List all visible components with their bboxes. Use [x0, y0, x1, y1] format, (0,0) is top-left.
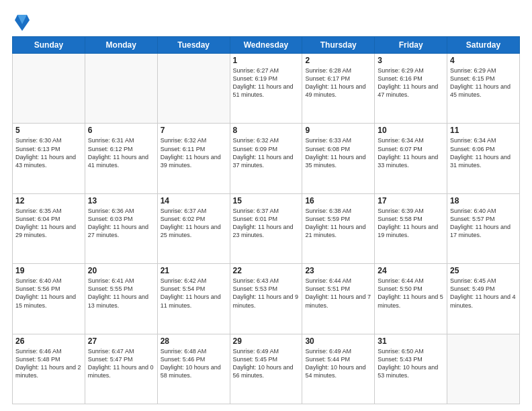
weekday-header: Saturday	[447, 37, 520, 54]
day-number: 24	[378, 266, 444, 275]
day-info: Sunrise: 6:33 AM Sunset: 6:08 PM Dayligh…	[305, 136, 371, 169]
day-info: Sunrise: 6:28 AM Sunset: 6:17 PM Dayligh…	[305, 66, 371, 99]
day-info: Sunrise: 6:41 AM Sunset: 5:55 PM Dayligh…	[88, 277, 154, 310]
day-number: 14	[161, 196, 227, 205]
day-info: Sunrise: 6:42 AM Sunset: 5:54 PM Dayligh…	[161, 277, 227, 310]
day-info: Sunrise: 6:39 AM Sunset: 5:58 PM Dayligh…	[378, 207, 444, 240]
day-info: Sunrise: 6:44 AM Sunset: 5:51 PM Dayligh…	[305, 277, 371, 310]
day-info: Sunrise: 6:36 AM Sunset: 6:03 PM Dayligh…	[88, 207, 154, 240]
day-number: 17	[378, 196, 444, 205]
day-info: Sunrise: 6:49 AM Sunset: 5:45 PM Dayligh…	[233, 347, 300, 380]
day-info: Sunrise: 6:32 AM Sunset: 6:11 PM Dayligh…	[161, 136, 227, 169]
logo	[12, 12, 30, 31]
calendar-cell: 28Sunrise: 6:48 AM Sunset: 5:46 PM Dayli…	[157, 334, 230, 404]
day-info: Sunrise: 6:37 AM Sunset: 6:02 PM Dayligh…	[161, 207, 227, 240]
day-number: 30	[305, 336, 371, 346]
calendar-cell: 17Sunrise: 6:39 AM Sunset: 5:58 PM Dayli…	[375, 193, 447, 263]
day-info: Sunrise: 6:40 AM Sunset: 5:57 PM Dayligh…	[450, 207, 517, 240]
day-info: Sunrise: 6:50 AM Sunset: 5:43 PM Dayligh…	[378, 347, 444, 380]
day-info: Sunrise: 6:48 AM Sunset: 5:46 PM Dayligh…	[161, 347, 227, 380]
calendar-cell: 31Sunrise: 6:50 AM Sunset: 5:43 PM Dayli…	[375, 334, 447, 404]
calendar-cell: 22Sunrise: 6:43 AM Sunset: 5:53 PM Dayli…	[230, 264, 302, 334]
day-number: 4	[450, 56, 517, 65]
day-number: 27	[88, 336, 154, 346]
day-number: 6	[88, 126, 154, 135]
header	[12, 12, 520, 31]
calendar-cell	[447, 334, 520, 404]
calendar-cell: 30Sunrise: 6:49 AM Sunset: 5:44 PM Dayli…	[302, 334, 375, 404]
day-number: 26	[15, 336, 82, 346]
calendar-cell: 16Sunrise: 6:38 AM Sunset: 5:59 PM Dayli…	[302, 193, 375, 263]
day-number: 11	[450, 126, 517, 135]
day-number: 31	[378, 336, 444, 346]
calendar-cell: 15Sunrise: 6:37 AM Sunset: 6:01 PM Dayli…	[230, 193, 302, 263]
calendar-cell: 18Sunrise: 6:40 AM Sunset: 5:57 PM Dayli…	[447, 193, 520, 263]
calendar-cell: 8Sunrise: 6:32 AM Sunset: 6:09 PM Daylig…	[230, 124, 302, 193]
day-info: Sunrise: 6:43 AM Sunset: 5:53 PM Dayligh…	[233, 277, 300, 310]
calendar-cell: 27Sunrise: 6:47 AM Sunset: 5:47 PM Dayli…	[85, 334, 157, 404]
weekday-header-row: SundayMondayTuesdayWednesdayThursdayFrid…	[13, 37, 520, 54]
day-info: Sunrise: 6:38 AM Sunset: 5:59 PM Dayligh…	[305, 207, 371, 240]
day-number: 3	[378, 56, 444, 65]
calendar-cell: 12Sunrise: 6:35 AM Sunset: 6:04 PM Dayli…	[13, 193, 85, 263]
day-info: Sunrise: 6:34 AM Sunset: 6:06 PM Dayligh…	[450, 136, 517, 169]
weekday-header: Sunday	[13, 37, 85, 54]
day-info: Sunrise: 6:29 AM Sunset: 6:16 PM Dayligh…	[378, 66, 444, 99]
calendar-cell: 13Sunrise: 6:36 AM Sunset: 6:03 PM Dayli…	[85, 193, 157, 263]
calendar-cell: 20Sunrise: 6:41 AM Sunset: 5:55 PM Dayli…	[85, 264, 157, 334]
day-info: Sunrise: 6:46 AM Sunset: 5:48 PM Dayligh…	[15, 347, 82, 380]
day-info: Sunrise: 6:32 AM Sunset: 6:09 PM Dayligh…	[233, 136, 300, 169]
day-info: Sunrise: 6:35 AM Sunset: 6:04 PM Dayligh…	[15, 207, 82, 240]
calendar-week-row: 26Sunrise: 6:46 AM Sunset: 5:48 PM Dayli…	[13, 334, 520, 404]
calendar-week-row: 19Sunrise: 6:40 AM Sunset: 5:56 PM Dayli…	[13, 264, 520, 334]
weekday-header: Wednesday	[230, 37, 302, 54]
day-number: 9	[305, 126, 371, 135]
calendar-cell: 25Sunrise: 6:45 AM Sunset: 5:49 PM Dayli…	[447, 264, 520, 334]
day-info: Sunrise: 6:31 AM Sunset: 6:12 PM Dayligh…	[88, 136, 154, 169]
day-number: 7	[161, 126, 227, 135]
day-number: 15	[233, 196, 300, 205]
day-info: Sunrise: 6:27 AM Sunset: 6:19 PM Dayligh…	[233, 66, 300, 99]
calendar-cell: 2Sunrise: 6:28 AM Sunset: 6:17 PM Daylig…	[302, 54, 375, 124]
day-info: Sunrise: 6:34 AM Sunset: 6:07 PM Dayligh…	[378, 136, 444, 169]
calendar-cell: 19Sunrise: 6:40 AM Sunset: 5:56 PM Dayli…	[13, 264, 85, 334]
day-number: 21	[161, 266, 227, 275]
day-info: Sunrise: 6:44 AM Sunset: 5:50 PM Dayligh…	[378, 277, 444, 310]
day-info: Sunrise: 6:45 AM Sunset: 5:49 PM Dayligh…	[450, 277, 517, 310]
weekday-header: Monday	[85, 37, 157, 54]
day-number: 8	[233, 126, 300, 135]
day-number: 29	[233, 336, 300, 346]
calendar: SundayMondayTuesdayWednesdayThursdayFrid…	[12, 36, 520, 404]
day-number: 25	[450, 266, 517, 275]
calendar-week-row: 1Sunrise: 6:27 AM Sunset: 6:19 PM Daylig…	[13, 54, 520, 124]
day-number: 5	[15, 126, 82, 135]
calendar-cell	[13, 54, 85, 124]
day-info: Sunrise: 6:29 AM Sunset: 6:15 PM Dayligh…	[450, 66, 517, 99]
day-number: 22	[233, 266, 300, 275]
calendar-cell: 21Sunrise: 6:42 AM Sunset: 5:54 PM Dayli…	[157, 264, 230, 334]
day-number: 20	[88, 266, 154, 275]
calendar-cell: 23Sunrise: 6:44 AM Sunset: 5:51 PM Dayli…	[302, 264, 375, 334]
calendar-cell: 26Sunrise: 6:46 AM Sunset: 5:48 PM Dayli…	[13, 334, 85, 404]
weekday-header: Thursday	[302, 37, 375, 54]
calendar-cell: 7Sunrise: 6:32 AM Sunset: 6:11 PM Daylig…	[157, 124, 230, 193]
calendar-cell: 14Sunrise: 6:37 AM Sunset: 6:02 PM Dayli…	[157, 193, 230, 263]
calendar-cell: 29Sunrise: 6:49 AM Sunset: 5:45 PM Dayli…	[230, 334, 302, 404]
day-number: 18	[450, 196, 517, 205]
calendar-cell: 9Sunrise: 6:33 AM Sunset: 6:08 PM Daylig…	[302, 124, 375, 193]
day-number: 19	[15, 266, 82, 275]
weekday-header: Friday	[375, 37, 447, 54]
calendar-cell: 24Sunrise: 6:44 AM Sunset: 5:50 PM Dayli…	[375, 264, 447, 334]
day-info: Sunrise: 6:30 AM Sunset: 6:13 PM Dayligh…	[15, 136, 82, 169]
day-number: 13	[88, 196, 154, 205]
day-info: Sunrise: 6:49 AM Sunset: 5:44 PM Dayligh…	[305, 347, 371, 380]
day-info: Sunrise: 6:37 AM Sunset: 6:01 PM Dayligh…	[233, 207, 300, 240]
calendar-cell	[157, 54, 230, 124]
page: SundayMondayTuesdayWednesdayThursdayFrid…	[0, 0, 532, 411]
day-number: 23	[305, 266, 371, 275]
weekday-header: Tuesday	[157, 37, 230, 54]
day-info: Sunrise: 6:40 AM Sunset: 5:56 PM Dayligh…	[15, 277, 82, 310]
calendar-cell: 11Sunrise: 6:34 AM Sunset: 6:06 PM Dayli…	[447, 124, 520, 193]
calendar-week-row: 12Sunrise: 6:35 AM Sunset: 6:04 PM Dayli…	[13, 193, 520, 263]
day-number: 1	[233, 56, 300, 65]
